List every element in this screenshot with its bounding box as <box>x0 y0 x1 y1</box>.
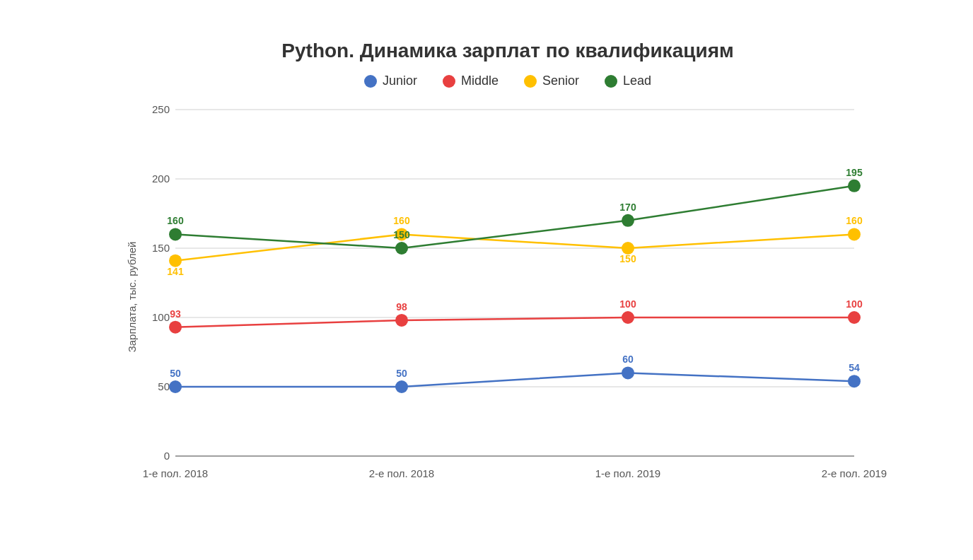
svg-text:100: 100 <box>846 298 863 310</box>
chart-area: Зарплата, тыс. рублей 0501001502002501-е… <box>133 103 882 491</box>
legend-dot-senior <box>524 75 537 88</box>
svg-text:150: 150 <box>152 242 170 254</box>
svg-text:50: 50 <box>396 368 407 379</box>
svg-point-31 <box>848 311 861 324</box>
legend-label-middle: Middle <box>461 74 499 88</box>
svg-text:98: 98 <box>396 301 407 313</box>
svg-point-17 <box>169 380 182 393</box>
svg-point-23 <box>848 375 861 387</box>
legend-label-lead: Lead <box>623 74 651 88</box>
legend-item-lead: Lead <box>605 74 651 88</box>
legend-item-senior: Senior <box>524 74 579 88</box>
svg-point-29 <box>622 311 634 324</box>
svg-text:1-е пол. 2019: 1-е пол. 2019 <box>595 467 660 479</box>
svg-text:54: 54 <box>849 362 860 373</box>
svg-text:150: 150 <box>619 253 636 264</box>
svg-text:60: 60 <box>622 354 634 365</box>
legend-dot-junior <box>364 75 377 88</box>
svg-text:250: 250 <box>152 103 170 115</box>
legend-dot-middle <box>443 75 455 88</box>
svg-text:50: 50 <box>158 380 170 392</box>
chart-container: Python. Динамика зарплат по квалификация… <box>62 25 911 535</box>
svg-point-19 <box>395 380 408 393</box>
svg-text:200: 200 <box>152 173 170 185</box>
svg-text:2-е пол. 2018: 2-е пол. 2018 <box>369 467 434 479</box>
svg-point-45 <box>622 214 634 227</box>
y-axis-label: Зарплата, тыс. рублей <box>126 242 138 353</box>
svg-text:141: 141 <box>167 266 184 277</box>
svg-text:93: 93 <box>170 308 181 320</box>
svg-text:100: 100 <box>619 298 636 310</box>
svg-text:170: 170 <box>619 202 636 213</box>
svg-point-39 <box>848 228 861 240</box>
chart-svg: 0501001502002501-е пол. 20182-е пол. 201… <box>133 103 882 491</box>
svg-point-27 <box>395 314 408 327</box>
svg-text:2-е пол. 2019: 2-е пол. 2019 <box>822 467 887 479</box>
legend-dot-lead <box>605 75 617 88</box>
svg-text:1-е пол. 2018: 1-е пол. 2018 <box>143 467 208 479</box>
svg-text:150: 150 <box>393 229 410 240</box>
svg-text:160: 160 <box>846 215 863 226</box>
svg-text:195: 195 <box>846 167 863 178</box>
legend: Junior Middle Senior Lead <box>133 74 882 88</box>
chart-title: Python. Динамика зарплат по квалификация… <box>133 40 882 62</box>
svg-text:160: 160 <box>393 215 410 226</box>
svg-point-21 <box>622 366 634 379</box>
svg-text:50: 50 <box>170 368 181 379</box>
legend-item-junior: Junior <box>364 74 417 88</box>
svg-point-43 <box>395 242 408 255</box>
svg-text:0: 0 <box>164 450 170 462</box>
svg-point-41 <box>169 228 182 240</box>
legend-label-junior: Junior <box>383 74 417 88</box>
svg-text:160: 160 <box>167 215 184 226</box>
legend-label-senior: Senior <box>542 74 579 88</box>
legend-item-middle: Middle <box>443 74 499 88</box>
svg-text:100: 100 <box>152 311 170 323</box>
svg-point-25 <box>169 321 182 334</box>
svg-point-47 <box>848 180 861 192</box>
